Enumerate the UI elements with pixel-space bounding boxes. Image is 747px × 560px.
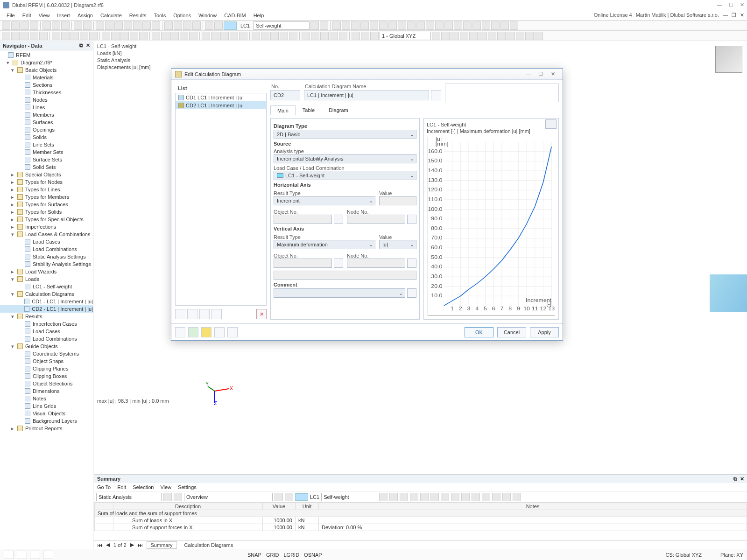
tree-item[interactable]: Surfaces	[0, 119, 93, 126]
tb-mode1-icon[interactable]	[164, 21, 173, 30]
tb-new-icon[interactable]	[2, 21, 10, 30]
lc-swatch[interactable]	[224, 21, 237, 30]
app-restore-button[interactable]: ❐	[732, 12, 736, 18]
tb-draw-icon[interactable]	[130, 32, 138, 40]
menu-options[interactable]: Options	[169, 13, 195, 18]
sb-eye-icon[interactable]	[17, 551, 27, 559]
tb-next-icon[interactable]	[320, 21, 328, 30]
expand-icon[interactable]: ▸	[11, 224, 16, 230]
sum-type-combo[interactable]: Static Analysis	[96, 493, 162, 501]
tb-mode3-icon[interactable]	[183, 21, 191, 30]
tb-tool-icon[interactable]	[507, 32, 515, 40]
lc-combo[interactable]: LC1 - Self-weight	[274, 171, 416, 180]
tree-item[interactable]: RFEM	[0, 51, 93, 59]
tree-item[interactable]: ▸Types for Surfaces	[0, 201, 93, 208]
dialog-minimize-button[interactable]: —	[522, 71, 535, 77]
tb-misc-icon[interactable]	[370, 21, 378, 30]
tb-draw-icon[interactable]	[180, 32, 188, 40]
tb-misc-icon[interactable]	[482, 21, 490, 30]
tree-item[interactable]: Dimensions	[0, 387, 93, 395]
menu-edit[interactable]: Edit	[19, 13, 35, 18]
name-field[interactable]: LC1 | Increment | |u|	[304, 90, 429, 100]
check-item-button[interactable]	[199, 309, 210, 319]
sum-tool-icon[interactable]	[513, 493, 521, 501]
tree-item[interactable]: Load Combinations	[0, 335, 93, 343]
expand-icon[interactable]: ▾	[11, 291, 16, 297]
tree-item[interactable]: Background Layers	[0, 417, 93, 425]
new-item-button[interactable]	[175, 309, 185, 319]
tb-save-icon[interactable]	[21, 21, 29, 30]
expand-icon[interactable]: ▸	[11, 202, 16, 208]
tb-draw-icon[interactable]	[2, 32, 10, 40]
tree-item[interactable]: CD1 - LC1 | Increment | |u|	[0, 298, 93, 305]
tb-draw-icon[interactable]	[11, 32, 20, 40]
tree-item[interactable]: Load Cases	[0, 328, 93, 335]
tree-item[interactable]: Load Cases	[0, 238, 93, 245]
tb-ls1-icon[interactable]	[205, 21, 213, 30]
tb-misc-icon[interactable]	[510, 21, 518, 30]
tb-draw-icon[interactable]	[30, 32, 38, 40]
menu-assign[interactable]: Assign	[74, 13, 97, 18]
tree-item[interactable]: ▾Results	[0, 313, 93, 320]
tb-misc-icon[interactable]	[398, 21, 406, 30]
gcs-combo[interactable]: 1 - Global XYZ	[380, 32, 431, 40]
expand-icon[interactable]: ▸	[11, 217, 16, 223]
h-node-pick-button[interactable]	[407, 215, 416, 224]
close-button[interactable]: ✕	[740, 2, 744, 8]
tree-item[interactable]: ▾Calculation Diagrams	[0, 290, 93, 298]
tb-misc-icon[interactable]	[463, 21, 472, 30]
pager-tab-calcdiagrams[interactable]: Calculation Diagrams	[181, 542, 237, 548]
copy-item-button[interactable]	[187, 309, 197, 319]
tree-item[interactable]: Object Snaps	[0, 357, 93, 365]
menu-calculate[interactable]: Calculate	[97, 13, 126, 18]
tree-item[interactable]: Clipping Planes	[0, 365, 93, 372]
tb-draw-icon[interactable]	[152, 32, 160, 40]
v-val-combo[interactable]: |u|	[379, 240, 416, 249]
tb-tool-icon[interactable]	[516, 32, 524, 40]
sum-prev-icon[interactable]	[163, 493, 172, 501]
minimize-button[interactable]: —	[717, 2, 722, 8]
tree-item[interactable]: ▸Types for Lines	[0, 186, 93, 193]
expand-icon[interactable]: ▸	[11, 269, 16, 275]
sum-tool-icon[interactable]	[451, 493, 459, 501]
tree-item[interactable]: Imperfection Cases	[0, 320, 93, 328]
lgrid-toggle[interactable]: LGRID	[283, 552, 299, 558]
tb-draw-icon[interactable]	[239, 32, 247, 40]
tool-b-button[interactable]	[227, 327, 238, 337]
tb-draw-icon[interactable]	[370, 32, 379, 40]
tb-tool-icon[interactable]	[479, 32, 487, 40]
app-minimize-button[interactable]: —	[723, 12, 728, 18]
tb-draw-icon[interactable]	[230, 32, 238, 40]
tab-main[interactable]: Main	[270, 105, 296, 115]
apply-button[interactable]: Apply	[530, 327, 559, 337]
tree-item[interactable]: Solid Sets	[0, 163, 93, 171]
v-rt-combo[interactable]: Maximum deformation	[274, 240, 375, 249]
tb-misc-icon[interactable]	[342, 21, 350, 30]
summary-pin-icon[interactable]: ⧉	[733, 476, 737, 482]
menu-insert[interactable]: Insert	[53, 13, 74, 18]
tb-draw-icon[interactable]	[139, 32, 148, 40]
tree-item[interactable]: Object Selections	[0, 380, 93, 387]
tree-item[interactable]: ▾Guide Objects	[0, 343, 93, 350]
tb-draw-icon[interactable]	[261, 32, 269, 40]
tb-draw-icon[interactable]	[102, 32, 110, 40]
sum-nav2-icon[interactable]	[285, 493, 293, 501]
tb-draw-icon[interactable]	[220, 32, 229, 40]
tb-draw-icon[interactable]	[289, 32, 297, 40]
sum-menu-settings[interactable]: Settings	[178, 484, 197, 490]
tree-item[interactable]: Static Analysis Settings	[0, 253, 93, 260]
tb-tool-icon[interactable]	[535, 32, 543, 40]
tree-item[interactable]: ▸Types for Nodes	[0, 178, 93, 186]
sum-tool-icon[interactable]	[482, 493, 490, 501]
tree-item[interactable]: LC1 - Self-weight	[0, 283, 93, 290]
tb-tool-icon[interactable]	[488, 32, 496, 40]
tree-item[interactable]: Stability Analysis Settings	[0, 260, 93, 268]
tb-misc-icon[interactable]	[435, 21, 444, 30]
tb-undo-icon[interactable]	[74, 21, 82, 30]
tree-item[interactable]: ▸Load Wizards	[0, 268, 93, 275]
tb-misc-icon[interactable]	[388, 21, 397, 30]
nav-close-icon[interactable]: ✕	[86, 42, 90, 49]
tb-mode2-icon[interactable]	[174, 21, 182, 30]
tb-draw-icon[interactable]	[21, 32, 29, 40]
tb-misc-icon[interactable]	[500, 21, 509, 30]
